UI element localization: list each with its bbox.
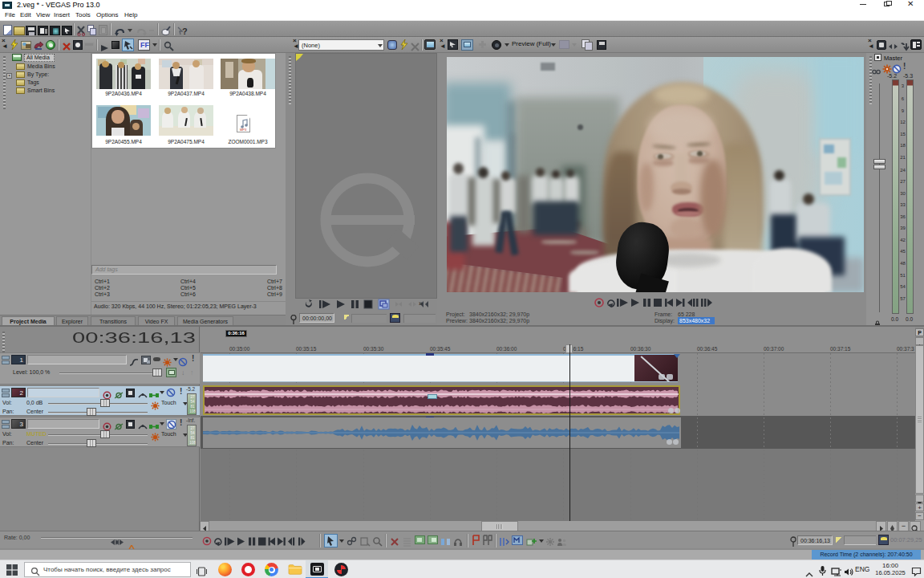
svg-text:?: ? xyxy=(182,26,188,36)
